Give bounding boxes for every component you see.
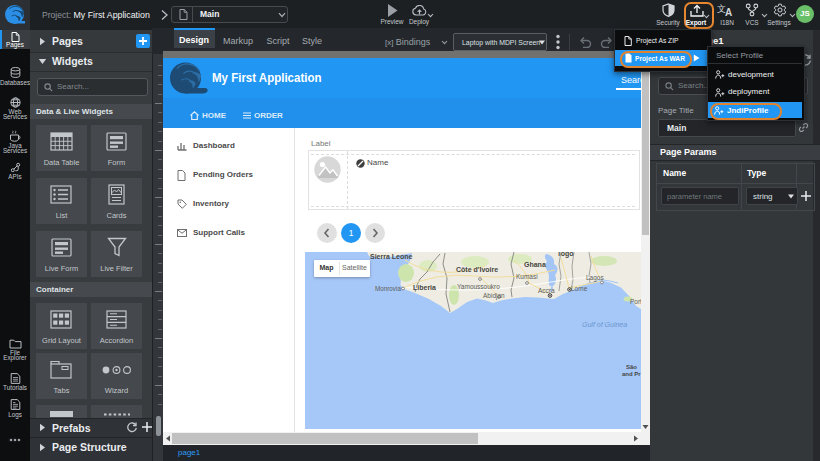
svg-text:Port: Port: [630, 298, 641, 305]
svg-text:Yamoussoukro: Yamoussoukro: [457, 283, 500, 290]
svg-text:Ghana: Ghana: [524, 261, 546, 268]
svg-text:Gulf of Guinea: Gulf of Guinea: [582, 321, 627, 328]
svg-text:Monrovia: Monrovia: [375, 285, 401, 292]
svg-text:Côte d'Ivoire: Côte d'Ivoire: [456, 266, 498, 273]
svg-text:Lome: Lome: [571, 285, 588, 292]
svg-text:São: São: [626, 364, 637, 370]
svg-text:Liberia: Liberia: [413, 284, 436, 291]
svg-text:Accra: Accra: [538, 287, 555, 294]
svg-text:Lagos: Lagos: [586, 274, 604, 282]
svg-text:Sierra Leone: Sierra Leone: [370, 253, 413, 260]
svg-text:Abidjan: Abidjan: [483, 292, 505, 300]
svg-text:and Pr: and Pr: [622, 371, 641, 377]
svg-text:A: A: [725, 7, 732, 17]
svg-text:Kumasi: Kumasi: [516, 273, 538, 280]
